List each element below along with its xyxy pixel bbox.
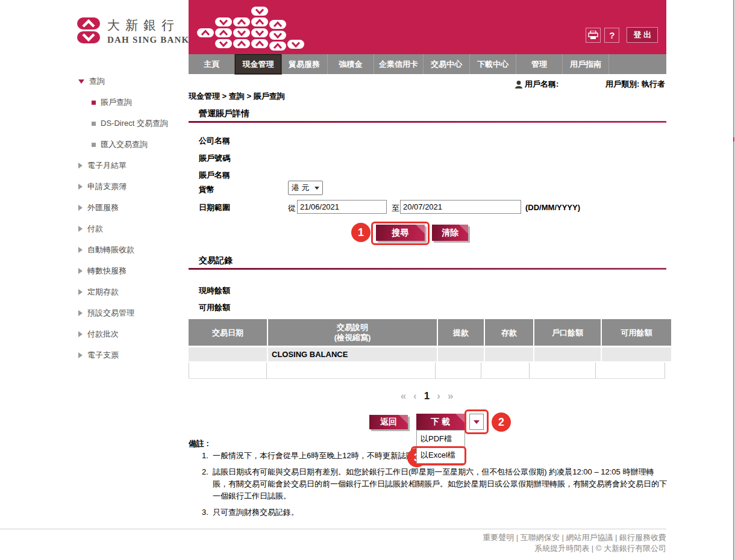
tab-admin[interactable]: 管理 xyxy=(516,54,563,74)
tab-home[interactable]: 主頁 xyxy=(189,54,235,74)
footer: 重要聲明 | 互聯網保安 | 網站用戶協議 | 銀行服務收費 系統提升時間表 |… xyxy=(483,532,666,554)
currency-label: 貨幣 xyxy=(199,184,214,195)
sidebar-item-chequebook[interactable]: 申請支票簿 xyxy=(78,181,187,192)
sidebar-item-label: 電子月結單 xyxy=(87,160,127,171)
sidebar-item-fx[interactable]: 外匯服務 xyxy=(78,202,187,213)
chevron-right-icon xyxy=(78,163,83,169)
col-header-balance: 戶口餘額 xyxy=(534,319,601,346)
user-type-value: 執行者 xyxy=(642,79,665,89)
currency-value: 港 元 xyxy=(292,182,310,193)
cell-description: CLOSING BALANCE xyxy=(268,347,437,361)
sidebar-item-label: 賬戶查詢 xyxy=(101,97,132,108)
back-button[interactable]: 返回 xyxy=(369,415,408,429)
tab-user-guide[interactable]: 用戶指南 xyxy=(563,54,609,74)
sidebar-item-echeque[interactable]: 電子支票 xyxy=(78,350,187,361)
banner-pattern-icon xyxy=(196,5,316,53)
sidebar-item-fps[interactable]: 轉數快服務 xyxy=(78,266,187,276)
page-prev-button[interactable]: ‹ xyxy=(413,390,418,402)
page-next-button[interactable]: › xyxy=(437,390,442,402)
chevron-right-icon xyxy=(78,352,83,358)
sidebar-item-label: 自動轉賬收款 xyxy=(87,244,134,255)
cell-date xyxy=(189,347,267,361)
chevron-right-icon xyxy=(78,331,83,337)
page-current: 1 xyxy=(424,390,431,402)
col-header-description-line1: 交易說明 xyxy=(337,322,368,332)
chevron-right-icon xyxy=(78,247,83,253)
search-button[interactable]: 搜尋 xyxy=(376,225,425,241)
chevron-right-icon xyxy=(78,289,83,295)
currency-select[interactable]: 港 元 xyxy=(288,181,323,195)
select-caret-icon xyxy=(314,187,319,190)
scrollbar-marker xyxy=(733,137,734,142)
sidebar-item-payment[interactable]: 付款 xyxy=(78,223,187,234)
sidebar-item-time-deposit[interactable]: 定期存款 xyxy=(78,287,187,297)
bullet-square-icon xyxy=(92,143,96,147)
pagination: «‹1›» xyxy=(189,390,666,402)
cell-description xyxy=(267,362,436,379)
page: 大新銀行 DAH SING BANK xyxy=(0,0,735,560)
sidebar-item-enquiry[interactable]: 查詢 xyxy=(78,76,187,87)
bank-logo: 大新銀行 DAH SING BANK xyxy=(77,17,189,45)
menu-item-pdf[interactable]: 以PDF檔 xyxy=(417,431,464,447)
bullet-square-icon xyxy=(92,122,96,126)
date-range-label: 日期範圍 xyxy=(199,202,230,213)
footer-links-line1[interactable]: 重要聲明 | 互聯網保安 | 網站用戶協議 | 銀行服務收費 xyxy=(483,532,666,543)
sidebar-item-account-enquiry[interactable]: 賬戶查詢 xyxy=(92,97,187,108)
tab-download-center[interactable]: 下載中心 xyxy=(470,54,516,74)
top-banner: ? 登 出 xyxy=(189,0,666,54)
note-number: 1. xyxy=(202,450,213,462)
date-from-input[interactable] xyxy=(297,200,387,214)
sidebar-item-payment-batch[interactable]: 付款批次 xyxy=(78,329,187,340)
col-header-description-line2: (檢視縮寫) xyxy=(334,332,371,343)
tab-trading-center[interactable]: 交易中心 xyxy=(424,54,470,74)
page-first-button[interactable]: « xyxy=(401,390,407,402)
user-name-label: 用戶名稱: xyxy=(525,79,558,90)
col-header-available: 可用餘額 xyxy=(602,319,671,346)
col-header-withdrawal: 提款 xyxy=(438,319,484,346)
chevron-right-icon xyxy=(78,310,83,316)
scrollbar[interactable] xyxy=(733,0,734,560)
clear-button[interactable]: 清除 xyxy=(432,225,468,241)
print-button[interactable] xyxy=(586,28,601,43)
chevron-right-icon xyxy=(78,226,83,232)
date-to-input[interactable] xyxy=(400,200,521,214)
sidebar-item-autopay[interactable]: 自動轉賬收款 xyxy=(78,244,187,255)
help-button[interactable]: ? xyxy=(604,28,619,43)
tab-trade-services[interactable]: 貿易服務 xyxy=(281,54,328,74)
bullet-square-icon xyxy=(92,101,96,105)
download-dropdown-button[interactable] xyxy=(469,414,484,430)
col-header-description: 交易說明 (檢視縮寫) xyxy=(268,319,437,346)
note-number: 2. xyxy=(202,466,213,502)
tab-corporate-card[interactable]: 企業信用卡 xyxy=(374,54,424,74)
sidebar-item-inward-enquiry[interactable]: 匯入交易查詢 xyxy=(92,139,187,150)
tab-mpf[interactable]: 強積金 xyxy=(328,54,374,74)
note-text: 誌賬日期或有可能與交易日期有差別。如您於銀行工作日(即星期一至星期六，但不包括公… xyxy=(213,466,667,502)
page-last-button[interactable]: » xyxy=(448,390,454,402)
bank-name-zh: 大新銀行 xyxy=(107,17,189,34)
sidebar-item-estatement[interactable]: 電子月結單 xyxy=(78,160,187,171)
user-type-label: 用戶類別: xyxy=(605,79,639,89)
menu-item-excel[interactable]: 以Excel檔 xyxy=(417,447,464,463)
table-row xyxy=(189,362,666,379)
col-header-date: 交易日期 xyxy=(189,319,267,346)
help-icon: ? xyxy=(609,30,615,40)
logout-button[interactable]: 登 出 xyxy=(627,27,658,43)
sidebar-item-dsdirect-enquiry[interactable]: DS-Direct 交易查詢 xyxy=(92,118,187,129)
cell-available xyxy=(602,347,671,361)
printer-icon xyxy=(588,31,598,40)
user-icon xyxy=(515,81,522,89)
transactions-table: 交易日期 交易說明 (檢視縮寫) 提款 存款 戶口餘額 可用餘額 CLOSING… xyxy=(189,319,666,379)
company-name-label: 公司名稱 xyxy=(199,135,230,146)
footer-links-line2[interactable]: 系統提升時間表 | © 大新銀行有限公司 xyxy=(483,543,666,554)
cell-available xyxy=(596,362,665,379)
sidebar-item-label: 查詢 xyxy=(89,76,105,87)
download-button[interactable]: 下 載 xyxy=(416,414,464,430)
col-header-deposit: 存款 xyxy=(485,319,533,346)
sidebar-item-preset-txn[interactable]: 預設交易管理 xyxy=(78,308,187,319)
date-format-hint: (DD/MM/YYYY) xyxy=(525,203,580,212)
chevron-right-icon xyxy=(78,184,83,190)
tab-cash-management[interactable]: 現金管理 xyxy=(235,54,281,74)
breadcrumb[interactable]: 現金管理 > 查詢 > 賬戶查詢 xyxy=(189,91,285,102)
available-balance-label: 可用餘額 xyxy=(199,302,230,313)
cell-withdrawal xyxy=(438,347,484,361)
